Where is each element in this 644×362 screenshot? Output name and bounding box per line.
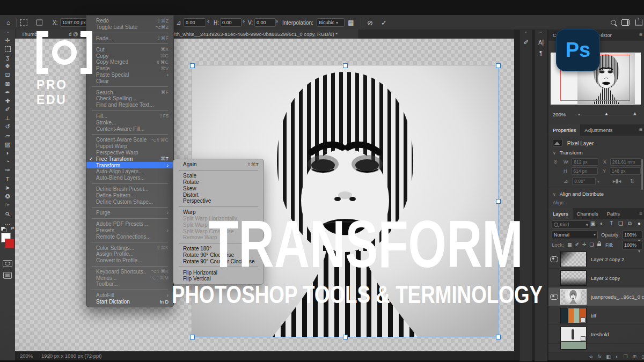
warp-mode-icon[interactable]: ▦	[348, 19, 354, 26]
transform-handle-e[interactable]	[496, 199, 501, 204]
transform-bounds-icon[interactable]	[20, 19, 27, 26]
delete-layer-icon[interactable]: ▯	[641, 354, 644, 359]
path-selection-tool[interactable]: ➤	[0, 183, 15, 192]
menu-item-stroke[interactable]: Stroke...	[86, 119, 173, 125]
lock-artboard-icon[interactable]: ❏	[590, 242, 594, 247]
background-color-swatch[interactable]	[5, 239, 14, 248]
menu-item-presets[interactable]: Presets›	[86, 227, 173, 234]
lock-all-icon[interactable]	[597, 243, 601, 246]
zoom-slider-thumb[interactable]: ▲	[604, 112, 609, 116]
w-field[interactable]: 812 px	[572, 158, 598, 166]
adjustment-layer-icon[interactable]: ◐	[616, 354, 618, 359]
menu-item-define-custom-shape[interactable]: Define Custom Shape...	[86, 198, 173, 205]
menu-item-assign-profile[interactable]: Assign Profile...	[86, 251, 173, 257]
angle-field[interactable]: 0.00	[184, 18, 206, 27]
menu-item-scale[interactable]: Scale	[173, 173, 264, 179]
brush-tool[interactable]: ✐	[0, 106, 15, 114]
transform-handle-n[interactable]	[343, 63, 348, 68]
x-field[interactable]: 261.61 mm	[610, 158, 641, 166]
menu-item-menus[interactable]: Menus...⌥⇧⌘M	[86, 275, 173, 281]
scrollbar-thumb[interactable]	[641, 159, 643, 190]
x-position-field[interactable]: 1197.00 px	[60, 18, 89, 27]
home-icon[interactable]: ⌂	[6, 19, 10, 26]
dodge-tool[interactable]: ◔	[0, 158, 15, 166]
transform-handle-ne[interactable]	[496, 63, 501, 68]
menu-item-adobe-pdf-presets[interactable]: Adobe PDF Presets...	[86, 221, 173, 227]
visibility-toggle[interactable]	[548, 256, 559, 262]
share-icon[interactable]	[635, 19, 642, 25]
align-section-header[interactable]: ∨ Align and Distribute	[553, 191, 644, 197]
navigator-zoom-field[interactable]: 200%	[553, 112, 566, 117]
menu-item-skew[interactable]: Skew	[173, 185, 264, 191]
swap-colors-icon[interactable]: ⇄	[11, 226, 14, 231]
tab-layers[interactable]: Layers	[548, 208, 573, 219]
menu-item-start-dictation[interactable]: Start Dictationfn D	[86, 299, 173, 305]
new-layer-icon[interactable]: ⊞	[633, 354, 637, 359]
transform-handle-sw[interactable]	[190, 335, 195, 339]
tab-paths[interactable]: Paths	[603, 208, 624, 219]
menu-item-auto-align-layers[interactable]: Auto-Align Layers...	[86, 168, 173, 175]
tab-adjustments[interactable]: Adjustments	[580, 124, 617, 136]
menu-item-purge[interactable]: Purge›	[86, 210, 173, 216]
menu-item-distort[interactable]: Distort	[173, 191, 264, 198]
menu-item-puppet-warp[interactable]: Puppet Warp	[86, 143, 173, 150]
rectangular-marquee-tool[interactable]	[0, 45, 15, 53]
filter-toggle-icon[interactable]: ●	[638, 220, 641, 226]
transform-handle-nw[interactable]	[190, 63, 195, 68]
menu-item-autofill[interactable]: AutoFill›	[86, 292, 173, 299]
pen-tool[interactable]: ✑	[0, 166, 15, 175]
menu-item-content-aware-fill[interactable]: Content-Aware Fill...	[86, 125, 173, 132]
spot-healing-brush-tool[interactable]: ✚	[0, 97, 15, 105]
lock-position-icon[interactable]: ✛	[582, 242, 587, 247]
toolbar-collapse-icon[interactable]: »	[6, 29, 9, 36]
menu-item-rotate[interactable]: Rotate	[173, 179, 264, 186]
layer-row-layer-2-copy-2[interactable]: Layer 2 copy 2	[548, 250, 644, 269]
tab-channels[interactable]: Channels	[573, 208, 603, 219]
menu-item-keyboard-shortcuts[interactable]: Keyboard Shortcuts...⌥⇧⌘K	[86, 269, 173, 275]
default-colors-icon[interactable]	[1, 227, 5, 231]
flip-vertical-icon[interactable]: ⇅	[630, 178, 634, 184]
menu-item-content-aware-scale[interactable]: Content-Aware Scale⌥⇧⌘C	[86, 137, 173, 143]
history-brush-tool[interactable]: ↺	[0, 123, 15, 131]
menu-item-define-brush-preset[interactable]: Define Brush Preset...	[86, 186, 173, 193]
filter-type-icon[interactable]: T	[610, 220, 613, 226]
eraser-tool[interactable]: ▱	[0, 131, 15, 140]
layer-group-icon[interactable]: ❐	[623, 354, 627, 359]
menu-item-define-pattern[interactable]: Define Pattern...	[86, 192, 173, 198]
frame-tool[interactable]: ⊠	[0, 79, 15, 88]
menu-item-remote-connections[interactable]: Remote Connections...	[86, 233, 173, 240]
search-icon[interactable]	[611, 20, 616, 25]
quick-mask-button[interactable]	[3, 260, 12, 267]
move-tool[interactable]: ✛	[0, 36, 15, 45]
fill-field[interactable]: 100%▾	[622, 241, 642, 249]
menu-item-redo[interactable]: Redo⇧⌘Z	[86, 18, 173, 24]
paragraph-panel-icon[interactable]: ¶	[539, 48, 543, 58]
status-chevron-icon[interactable]: ›	[91, 353, 93, 359]
menu-item-transform[interactable]: Transform›	[86, 162, 173, 168]
brush-settings-icon[interactable]: ✐	[523, 37, 528, 48]
object-selection-tool[interactable]: ❖	[0, 62, 15, 71]
filter-shape-icon[interactable]: ❏	[618, 220, 623, 226]
layer-row-juanproedu-96c1-0-copy[interactable]: juanproedu_...96c1_0 copy	[548, 287, 644, 306]
menu-item-auto-blend-layers[interactable]: Auto-Blend Layers...	[86, 175, 173, 181]
panel-menu-icon[interactable]: ≡	[639, 32, 642, 38]
collapse-icon[interactable]: «	[525, 30, 527, 37]
rotate-field[interactable]: 0.00°	[572, 178, 596, 185]
transform-section-header[interactable]: ∨ Transform	[553, 150, 644, 156]
visibility-toggle[interactable]	[548, 294, 559, 300]
layer-row-partial[interactable]	[548, 341, 644, 350]
reference-point-icon[interactable]	[36, 19, 42, 25]
transform-handle-s[interactable]	[343, 335, 348, 339]
lasso-tool[interactable]: ʒ	[0, 53, 15, 62]
blend-mode-select[interactable]: Normal▾	[552, 231, 598, 239]
blur-tool[interactable]: ◗	[0, 149, 15, 157]
menu-item-perspective[interactable]: Perspective	[173, 198, 264, 204]
menu-item-toggle-last-state[interactable]: Toggle Last State⌥⌘Z	[86, 24, 173, 31]
opacity-field[interactable]: 100%▾	[622, 231, 642, 239]
kind-filter-select[interactable]: Kind▾	[552, 220, 590, 228]
custom-shape-tool[interactable]: ✪	[0, 192, 15, 201]
menu-item-color-settings[interactable]: Color Settings...⇧⌘K	[86, 245, 173, 251]
v-skew-field[interactable]: 0.00	[254, 18, 276, 27]
type-tool[interactable]: T	[0, 175, 15, 183]
zoom-in-icon[interactable]: ▲	[632, 110, 638, 116]
